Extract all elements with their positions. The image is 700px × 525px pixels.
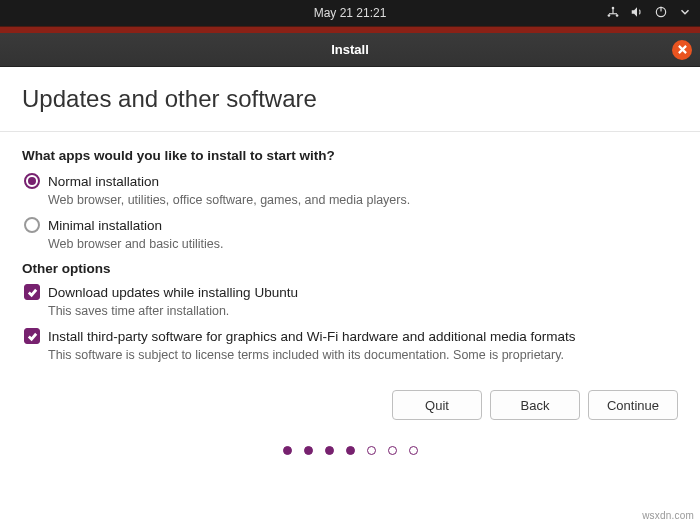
radio-minimal-installation[interactable]: Minimal installation xyxy=(24,217,678,233)
network-icon[interactable] xyxy=(606,5,620,22)
checkbox-label: Install third-party software for graphic… xyxy=(48,329,575,344)
radio-icon xyxy=(24,217,40,233)
progress-dots xyxy=(0,446,700,455)
window-titlebar: Install xyxy=(0,33,700,67)
radio-normal-installation[interactable]: Normal installation xyxy=(24,173,678,189)
progress-dot xyxy=(283,446,292,455)
radio-label: Normal installation xyxy=(48,174,159,189)
volume-icon[interactable] xyxy=(630,5,644,22)
installer-content: Updates and other software What apps wou… xyxy=(0,67,700,382)
radio-minimal-desc: Web browser and basic utilities. xyxy=(48,237,678,251)
progress-dot xyxy=(325,446,334,455)
install-question: What apps would you like to install to s… xyxy=(22,148,678,163)
svg-rect-4 xyxy=(609,13,617,14)
checkbox-label: Download updates while installing Ubuntu xyxy=(48,285,298,300)
radio-normal-desc: Web browser, utilities, office software,… xyxy=(48,193,678,207)
progress-dot xyxy=(367,446,376,455)
page-heading: Updates and other software xyxy=(22,85,678,113)
topbar-indicators xyxy=(606,0,692,26)
checkbox-icon xyxy=(24,284,40,300)
separator xyxy=(0,131,700,132)
close-button[interactable] xyxy=(672,40,692,60)
checkbox-updates-desc: This saves time after installation. xyxy=(48,304,678,318)
checkbox-icon xyxy=(24,328,40,344)
svg-rect-3 xyxy=(612,8,613,13)
button-bar: Quit Back Continue xyxy=(0,382,700,420)
power-icon[interactable] xyxy=(654,5,668,22)
checkbox-thirdparty-desc: This software is subject to license term… xyxy=(48,348,678,362)
watermark: wsxdn.com xyxy=(642,510,694,521)
svg-rect-6 xyxy=(660,6,661,11)
progress-dot xyxy=(409,446,418,455)
other-options-heading: Other options xyxy=(22,261,678,276)
back-button[interactable]: Back xyxy=(490,390,580,420)
radio-label: Minimal installation xyxy=(48,218,162,233)
svg-point-2 xyxy=(616,14,619,17)
continue-button[interactable]: Continue xyxy=(588,390,678,420)
checkbox-download-updates[interactable]: Download updates while installing Ubuntu xyxy=(24,284,678,300)
progress-dot xyxy=(304,446,313,455)
chevron-down-icon[interactable] xyxy=(678,5,692,22)
progress-dot xyxy=(388,446,397,455)
quit-button[interactable]: Quit xyxy=(392,390,482,420)
svg-point-1 xyxy=(608,14,611,17)
topbar-datetime: May 21 21:21 xyxy=(314,6,387,20)
close-icon xyxy=(678,45,687,54)
system-topbar: May 21 21:21 xyxy=(0,0,700,26)
accent-strip xyxy=(0,26,700,33)
window-title: Install xyxy=(331,42,369,57)
progress-dot xyxy=(346,446,355,455)
checkbox-third-party[interactable]: Install third-party software for graphic… xyxy=(24,328,678,344)
radio-icon xyxy=(24,173,40,189)
